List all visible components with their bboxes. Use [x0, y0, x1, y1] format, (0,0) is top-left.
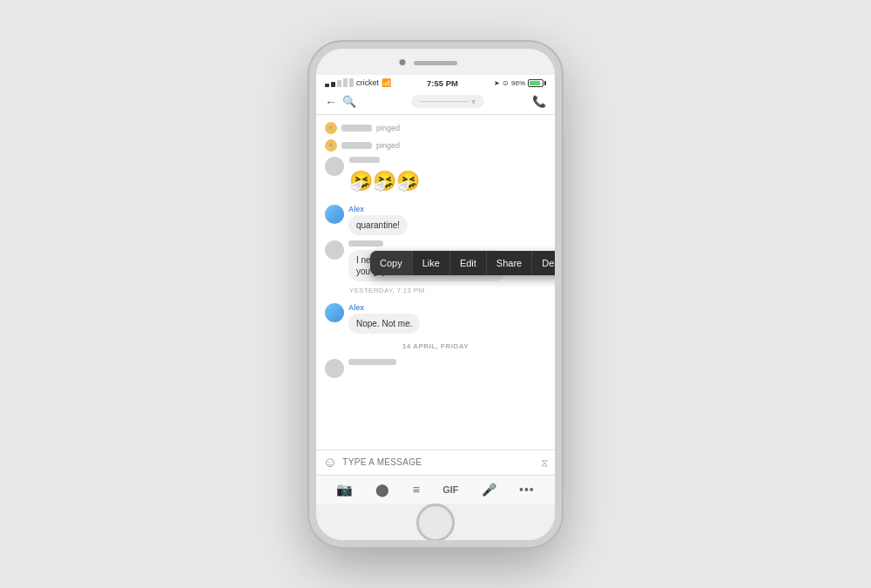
messages-list: ✳ pinged ✳ pinged 🤧🤧🤧	[316, 115, 555, 449]
nav-title-placeholder: ──────── ▾	[420, 97, 476, 106]
ping-name-1	[341, 125, 372, 132]
microphone-button[interactable]: 🎤	[482, 483, 496, 497]
alex-bubble-1: quarantine!	[348, 215, 408, 235]
alarm-icon: ⊙	[503, 79, 509, 87]
signal-dot-4	[343, 78, 348, 87]
alex-message-1: Alex quarantine!	[325, 205, 546, 235]
carrier-label: cricket	[356, 78, 379, 87]
chat-area: ✳ pinged ✳ pinged 🤧🤧🤧	[316, 115, 555, 504]
message-input[interactable]	[342, 457, 536, 467]
status-time: 7:55 PM	[427, 78, 458, 88]
alex-avatar-1	[325, 205, 344, 224]
battery-tip	[544, 81, 546, 85]
status-right: ➤ ⊙ 96%	[494, 79, 546, 87]
ping-name-2	[341, 142, 372, 149]
emoji-sender-name	[349, 157, 380, 163]
camera-button[interactable]: 📷	[336, 482, 353, 497]
phone-camera	[400, 59, 406, 65]
wifi-icon: 📶	[381, 78, 391, 87]
date-divider: 14 APRIL, FRIDAY	[325, 339, 546, 354]
ping-text-1: pinged	[376, 124, 400, 132]
emoji-bubble-group: 🤧🤧🤧	[349, 157, 420, 197]
ping-icon-1: ✳	[325, 122, 337, 134]
context-menu-copy[interactable]: Copy	[370, 251, 413, 275]
battery-body	[528, 79, 544, 87]
alex-sender-name-1: Alex	[348, 205, 408, 213]
long-sender-name	[348, 240, 383, 247]
blurred-sender-name	[348, 359, 396, 365]
alex-message-2: Alex Nope. Not me.	[325, 303, 546, 334]
blurred-message-row	[325, 359, 546, 378]
battery-percent: 96%	[511, 79, 525, 87]
layers-button[interactable]: ≡	[413, 483, 420, 497]
signal-dot-1	[325, 84, 329, 87]
nav-bar: ← 🔍 ──────── ▾ 📞	[316, 90, 555, 115]
location-icon: ➤	[494, 79, 500, 87]
ping-text-2: pinged	[376, 141, 400, 150]
context-menu-like[interactable]: Like	[413, 251, 450, 275]
home-button[interactable]	[416, 504, 455, 542]
input-bar: ☺ ⧖	[316, 449, 555, 475]
phone-screen: cricket 📶 7:55 PM ➤ ⊙ 96% ← 🔍	[316, 75, 555, 504]
emoji-bubble: 🤧🤧🤧	[349, 166, 420, 197]
blurred-bubble-group	[348, 359, 396, 368]
timer-icon: ⧖	[541, 456, 548, 469]
context-menu-delete[interactable]: Delete	[532, 251, 555, 275]
blurred-avatar	[325, 359, 344, 378]
timestamp-label: YESTERDAY, 7:13 PM	[325, 287, 546, 294]
context-menu-share[interactable]: Share	[487, 251, 532, 275]
search-icon[interactable]: 🔍	[342, 95, 356, 108]
record-button[interactable]: ⬤	[375, 483, 389, 497]
signal-dot-2	[331, 82, 335, 87]
nav-title-container: ──────── ▾	[363, 95, 532, 108]
ping-icon-2: ✳	[325, 139, 337, 152]
emoji-message-row: 🤧🤧🤧	[325, 157, 546, 197]
context-menu-edit[interactable]: Edit	[450, 251, 487, 275]
signal-dot-3	[337, 80, 341, 87]
ping-row-1: ✳ pinged	[325, 122, 546, 134]
emoji-button[interactable]: ☺	[323, 455, 337, 470]
emoji-message-container: 🤧🤧🤧 Copy Like Edit Share Delete	[325, 157, 546, 197]
bottom-toolbar: 📷 ⬤ ≡ GIF 🎤 •••	[316, 475, 555, 504]
alex-bubble-2: Nope. Not me.	[348, 314, 420, 334]
ping-row-2: ✳ pinged	[325, 139, 546, 152]
phone-frame: cricket 📶 7:55 PM ➤ ⊙ 96% ← 🔍	[309, 42, 562, 547]
emoji-sender-avatar	[325, 157, 344, 176]
back-button[interactable]: ←	[325, 95, 337, 109]
signal-dots	[325, 78, 354, 87]
call-button[interactable]: 📞	[532, 95, 546, 108]
signal-dot-5	[349, 78, 354, 87]
status-bar: cricket 📶 7:55 PM ➤ ⊙ 96%	[316, 75, 555, 90]
alex-sender-name-2: Alex	[348, 303, 420, 312]
nav-title[interactable]: ──────── ▾	[411, 95, 484, 108]
more-button[interactable]: •••	[519, 483, 535, 497]
long-message-avatar	[325, 240, 344, 260]
battery-fill	[530, 81, 540, 85]
phone-speaker	[414, 61, 457, 65]
status-left: cricket 📶	[325, 78, 391, 87]
battery-indicator	[528, 79, 546, 87]
alex-avatar-2	[325, 303, 344, 322]
gif-button[interactable]: GIF	[442, 484, 458, 495]
alex-bubble-group-1: Alex quarantine!	[348, 205, 408, 235]
context-menu: Copy Like Edit Share Delete	[370, 251, 555, 275]
alex-bubble-group-2: Alex Nope. Not me.	[348, 303, 420, 334]
